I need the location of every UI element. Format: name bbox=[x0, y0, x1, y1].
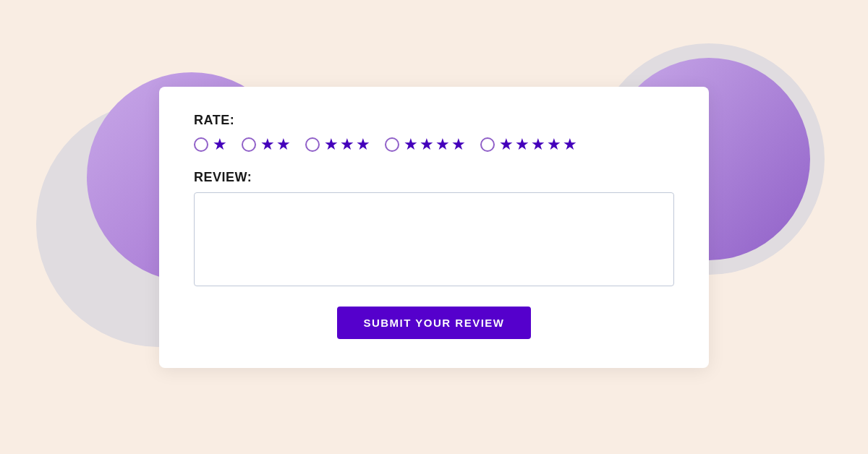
star-icon: ★ bbox=[435, 137, 450, 153]
star-icon: ★ bbox=[515, 137, 529, 153]
star-rating-row: ★ ★ ★ ★ ★ ★ ★ ★ ★ bbox=[194, 137, 674, 153]
star-icon: ★ bbox=[404, 137, 418, 153]
star-icon: ★ bbox=[563, 137, 577, 153]
star-option-4[interactable]: ★ ★ ★ ★ bbox=[385, 137, 466, 153]
star-option-3[interactable]: ★ ★ ★ bbox=[305, 137, 370, 153]
star-radio-3[interactable] bbox=[305, 137, 320, 152]
submit-button[interactable]: SUBMIT YOUR REVIEW bbox=[337, 307, 530, 339]
star-icon: ★ bbox=[499, 137, 514, 153]
star-radio-2[interactable] bbox=[242, 137, 256, 152]
star-option-1[interactable]: ★ bbox=[194, 137, 227, 153]
rate-label: RATE: bbox=[194, 113, 674, 128]
stars-1: ★ bbox=[213, 137, 227, 153]
review-textarea[interactable] bbox=[194, 192, 674, 286]
star-icon: ★ bbox=[260, 137, 275, 153]
review-label: REVIEW: bbox=[194, 170, 674, 185]
star-icon: ★ bbox=[276, 137, 291, 153]
star-icon: ★ bbox=[340, 137, 354, 153]
submit-button-wrapper: SUBMIT YOUR REVIEW bbox=[194, 307, 674, 339]
star-radio-1[interactable] bbox=[194, 137, 208, 152]
star-icon: ★ bbox=[356, 137, 370, 153]
star-icon: ★ bbox=[547, 137, 561, 153]
star-icon: ★ bbox=[213, 137, 227, 153]
star-option-5[interactable]: ★ ★ ★ ★ ★ bbox=[480, 137, 577, 153]
star-radio-5[interactable] bbox=[480, 137, 495, 152]
star-option-2[interactable]: ★ ★ bbox=[242, 137, 291, 153]
stars-4: ★ ★ ★ ★ bbox=[404, 137, 466, 153]
star-icon: ★ bbox=[420, 137, 434, 153]
stars-5: ★ ★ ★ ★ ★ bbox=[499, 137, 577, 153]
stars-3: ★ ★ ★ bbox=[324, 137, 370, 153]
review-card: RATE: ★ ★ ★ ★ ★ ★ bbox=[159, 87, 709, 368]
star-icon: ★ bbox=[531, 137, 545, 153]
star-icon: ★ bbox=[324, 137, 339, 153]
star-radio-4[interactable] bbox=[385, 137, 399, 152]
stars-2: ★ ★ bbox=[260, 137, 291, 153]
star-icon: ★ bbox=[451, 137, 466, 153]
